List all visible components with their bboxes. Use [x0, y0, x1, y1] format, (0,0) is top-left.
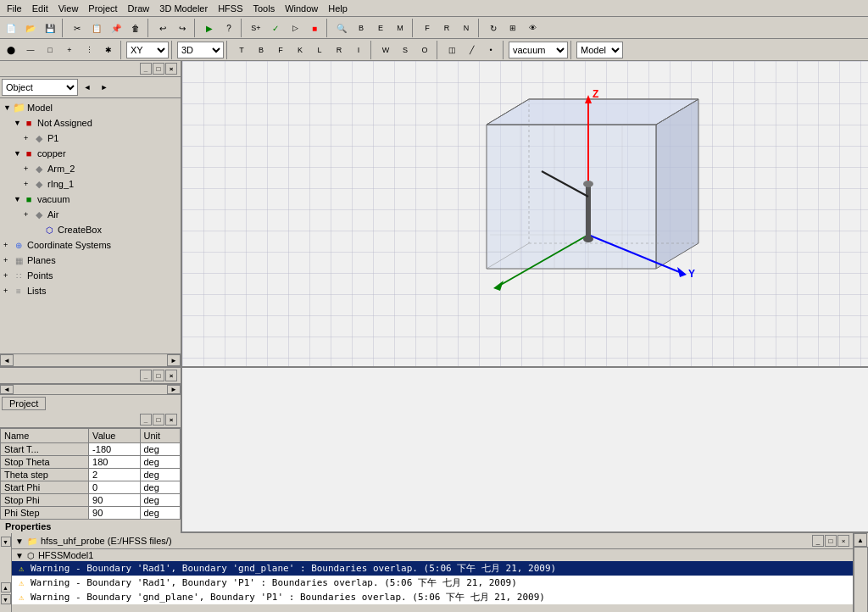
object-next[interactable]: ►	[97, 80, 112, 95]
tree-item-vacuum[interactable]: ▼ ■ vacuum	[2, 192, 179, 207]
tree-item-model[interactable]: ▼ 📁 Model	[2, 100, 179, 115]
log-collapse[interactable]: ▼	[1, 537, 11, 547]
menu-3d-modeler[interactable]: 3D Modeler	[154, 2, 213, 15]
menu-project[interactable]: Project	[83, 2, 122, 15]
log-minimize[interactable]: _	[812, 535, 824, 547]
render-smooth[interactable]: S	[396, 41, 415, 59]
stop-button[interactable]: ■	[305, 19, 324, 37]
menu-file[interactable]: File	[2, 2, 27, 15]
simulate-button[interactable]: ▶	[200, 19, 219, 37]
menu-window[interactable]: Window	[280, 2, 323, 15]
snap-grid[interactable]: ⋮	[80, 41, 98, 59]
tree-hscrollbar[interactable]: ◄ ►	[0, 353, 181, 366]
sec-hscroll-left[interactable]: ◄	[0, 385, 14, 394]
log-expand-up[interactable]: ▲	[1, 582, 11, 593]
log-message-row[interactable]: ⚠Warning - Boundary 'Rad1', Boundary 'gn…	[12, 561, 853, 576]
view-left[interactable]: L	[310, 41, 329, 59]
cut-button[interactable]: ✂	[68, 19, 86, 37]
validate-button[interactable]: ✓	[266, 19, 285, 37]
view-top[interactable]: T	[232, 41, 251, 59]
tree-item-copper[interactable]: ▼ ■ copper	[2, 146, 179, 161]
copy-button[interactable]: 📋	[87, 19, 106, 37]
tree-maximize[interactable]: □	[153, 63, 164, 75]
analyze-button[interactable]: ▷	[286, 19, 304, 37]
tree-item-ring1[interactable]: + ◆ rIng_1	[2, 176, 179, 192]
hscroll-right[interactable]: ►	[167, 354, 181, 366]
view-front[interactable]: F	[271, 41, 290, 59]
undo-button[interactable]: ↩	[153, 19, 172, 37]
tree-close[interactable]: ×	[165, 63, 177, 75]
hscroll-left[interactable]: ◄	[0, 354, 14, 366]
view-iso[interactable]: I	[349, 41, 368, 59]
zoom-in-button[interactable]: 🔍	[332, 19, 351, 37]
prop-value[interactable]: 180	[89, 456, 140, 469]
prop-value[interactable]: 0	[89, 481, 140, 494]
tree-item-air[interactable]: + ◆ Air	[2, 207, 179, 222]
menu-help[interactable]: Help	[323, 2, 353, 15]
log-maximize[interactable]: □	[825, 535, 837, 547]
prop-value[interactable]: 90	[89, 494, 140, 507]
log-message-row[interactable]: ⚠Warning - Boundary 'gnd_plane', Boundar…	[12, 590, 853, 604]
view-options[interactable]: 👁	[523, 19, 542, 37]
view-back[interactable]: K	[291, 41, 309, 59]
secondary-hscroll[interactable]: ◄ ►	[0, 384, 181, 394]
render-wire[interactable]: W	[376, 41, 395, 59]
sec-maximize[interactable]: □	[153, 370, 164, 381]
snap-face[interactable]: □	[41, 41, 59, 59]
log-scroll-up[interactable]: ▲	[854, 533, 867, 547]
delete-button[interactable]: 🗑	[126, 19, 145, 37]
render-solid[interactable]: O	[415, 41, 434, 59]
view-bottom[interactable]: B	[252, 41, 270, 59]
tree-item-lists[interactable]: + ≡ Lists	[2, 283, 179, 298]
assign-excitation[interactable]: E	[371, 19, 390, 37]
plot-field[interactable]: F	[418, 19, 437, 37]
properties-button[interactable]: Properties	[0, 520, 56, 533]
menu-hfss[interactable]: HFSS	[213, 2, 248, 15]
prop-value[interactable]: -180	[89, 443, 140, 456]
tree-item-not-assigned[interactable]: ▼ ■ Not Assigned	[2, 115, 179, 131]
plot-near-field[interactable]: N	[457, 19, 476, 37]
tree-item-createbox[interactable]: ⬡ CreateBox	[2, 222, 179, 237]
log-expand-down[interactable]: ▼	[1, 594, 11, 604]
select-face[interactable]: ◫	[442, 41, 461, 59]
prop-value[interactable]: 90	[89, 507, 140, 520]
assign-boundary[interactable]: B	[352, 19, 370, 37]
menu-draw[interactable]: Draw	[123, 2, 155, 15]
log-message-row[interactable]: ⚠Warning - Boundary 'Rad1', Boundary 'P1…	[12, 576, 853, 590]
rotate-button[interactable]: ↻	[484, 19, 503, 37]
sec-hscroll-right[interactable]: ►	[167, 385, 181, 394]
fit-all-button[interactable]: ⊞	[504, 19, 522, 37]
add-solution-setup[interactable]: S+	[247, 19, 265, 37]
menu-view[interactable]: View	[53, 2, 84, 15]
tree-item-coord-sys[interactable]: + ⊕ Coordinate Systems	[2, 237, 179, 253]
material-select[interactable]: vacuum copper	[509, 42, 568, 58]
object-prev[interactable]: ◄	[80, 80, 95, 95]
props-close[interactable]: ×	[165, 414, 177, 426]
snap-all[interactable]: ✱	[99, 41, 118, 59]
open-button[interactable]: 📂	[21, 19, 40, 37]
snap-cs[interactable]: +	[60, 41, 79, 59]
prop-value[interactable]: 2	[89, 469, 140, 481]
redo-button[interactable]: ↪	[173, 19, 192, 37]
tree-item-points[interactable]: + ∷ Points	[2, 268, 179, 283]
tree-minimize[interactable]: _	[140, 63, 152, 75]
props-maximize[interactable]: □	[153, 414, 164, 426]
3d-viewport[interactable]: Z Y	[182, 61, 868, 366]
view-right[interactable]: R	[330, 41, 348, 59]
help-button[interactable]: ?	[220, 19, 238, 37]
tree-item-arm2[interactable]: + ◆ Arm_2	[2, 161, 179, 176]
coordinate-system-select[interactable]: XY XZ YZ	[126, 42, 169, 58]
mode-select[interactable]: Model Non-Model	[576, 42, 623, 58]
plot-radiation[interactable]: R	[437, 19, 456, 37]
menu-edit[interactable]: Edit	[27, 2, 53, 15]
mesh-op-button[interactable]: M	[391, 19, 409, 37]
snap-vertex[interactable]: ⬤	[2, 41, 20, 59]
tree-item-planes[interactable]: + ▦ Planes	[2, 253, 179, 268]
sec-minimize[interactable]: _	[140, 370, 152, 381]
menu-tools[interactable]: Tools	[248, 2, 280, 15]
project-tab-button[interactable]: Project	[2, 397, 46, 410]
props-minimize[interactable]: _	[140, 414, 152, 426]
log-close[interactable]: ×	[837, 535, 849, 547]
tree-item-p1[interactable]: + ◆ P1	[2, 131, 179, 146]
sec-close[interactable]: ×	[165, 370, 177, 381]
